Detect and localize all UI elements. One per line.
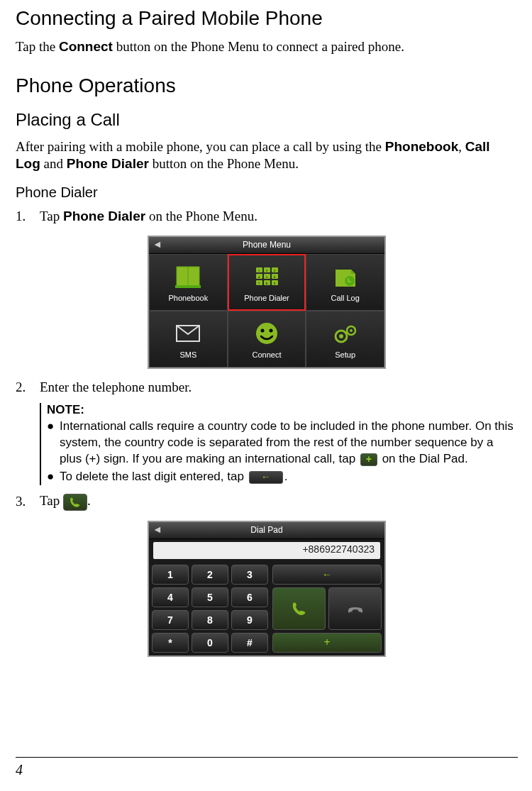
key-1[interactable]: 1	[152, 565, 189, 585]
key-7[interactable]: 7	[152, 610, 189, 630]
heading-placing-call: Placing a Call	[16, 110, 518, 130]
bullet-icon: ●	[47, 469, 60, 485]
phone-menu-screenshot: ◄ Phone Menu Phonebook 123 456	[16, 236, 518, 369]
note-bullet-2: ● To delete the last digit entered, tap …	[47, 469, 518, 485]
page-number: 4	[16, 762, 518, 778]
phone-dialer-keyword: Phone Dialer	[63, 209, 145, 223]
phone-menu-window: ◄ Phone Menu Phonebook 123 456	[148, 236, 386, 369]
text: Tap the	[16, 39, 59, 54]
menu-label: Phonebook	[168, 294, 208, 302]
key-5[interactable]: 5	[192, 587, 228, 607]
menu-connect[interactable]: Connect	[228, 311, 306, 367]
keypad: 1 2 3 4 5 6 7 8 9 * 0 #	[152, 565, 268, 653]
side-keys: ← +	[272, 565, 382, 653]
connect-icon	[254, 319, 279, 348]
plus-button-icon: +	[360, 453, 377, 466]
text: ,	[458, 139, 465, 154]
note-box: NOTE: ● International calls require a co…	[40, 403, 518, 485]
key-8[interactable]: 8	[192, 610, 228, 630]
key-3[interactable]: 3	[231, 565, 268, 585]
dial-pad-window: ◄ Dial Pad +886922740323 1 2 3 4 5 6 7 8…	[148, 521, 386, 657]
text: .	[87, 493, 91, 508]
dial-pad-title: Dial Pad	[166, 525, 384, 535]
menu-label: SMS	[179, 350, 196, 359]
heading-phone-dialer: Phone Dialer	[16, 184, 518, 201]
key-4[interactable]: 4	[152, 587, 189, 607]
step-1: 1. Tap Phone Dialer on the Phone Menu.	[16, 208, 518, 226]
menu-call-log[interactable]: Call Log	[306, 254, 384, 311]
dial-display: +886922740323	[153, 542, 380, 559]
plus-icon: +	[323, 636, 330, 649]
dial-body: 1 2 3 4 5 6 7 8 9 * 0 # ←	[149, 562, 384, 656]
step-2: 2. Enter the telephone number.	[16, 379, 518, 397]
phonebook-keyword: Phonebook	[385, 139, 458, 154]
svg-point-29	[350, 329, 353, 332]
svg-rect-0	[175, 285, 201, 288]
connect-keyword: Connect	[59, 39, 113, 54]
setup-icon	[331, 319, 360, 348]
call-log-icon	[330, 262, 361, 291]
svg-point-24	[260, 328, 264, 332]
text: .	[284, 470, 288, 483]
backspace-icon: ←	[322, 569, 332, 580]
back-arrow-icon[interactable]: ◄	[149, 238, 166, 252]
phone-dialer-keyword: Phone Dialer	[67, 156, 149, 171]
text: on the Phone Menu.	[145, 209, 257, 223]
step-3: 3. Tap .	[16, 492, 518, 511]
note-text: International calls require a country co…	[60, 419, 518, 468]
menu-label: Phone Dialer	[244, 294, 289, 302]
note-bullet-1: ● International calls require a country …	[47, 419, 518, 468]
placing-paragraph: After pairing with a mobile phone, you c…	[16, 138, 518, 173]
menu-label: Call Log	[331, 294, 359, 302]
step-number: 2.	[16, 379, 40, 397]
text: button on the Phone Menu.	[149, 156, 299, 171]
key-2[interactable]: 2	[192, 565, 228, 585]
heading-phone-operations: Phone Operations	[16, 74, 518, 97]
bullet-icon: ●	[47, 419, 60, 468]
backspace-key[interactable]: ←	[272, 565, 382, 585]
menu-label: Setup	[335, 350, 355, 359]
key-0[interactable]: 0	[192, 633, 228, 653]
step-text: Tap .	[40, 492, 91, 511]
note-text: To delete the last digit entered, tap ←.	[60, 469, 287, 485]
dial-pad-header: ◄ Dial Pad	[149, 522, 384, 539]
phone-menu-header: ◄ Phone Menu	[149, 237, 384, 254]
dial-key[interactable]	[272, 587, 326, 630]
text: To delete the last digit entered, tap	[60, 470, 248, 483]
text: Tap	[40, 209, 63, 223]
svg-rect-21	[348, 281, 351, 282]
menu-phonebook[interactable]: Phonebook	[149, 254, 228, 311]
phone-hangup-icon	[347, 603, 364, 614]
menu-label: Connect	[253, 350, 282, 359]
dial-button-icon	[63, 494, 87, 511]
dial-pad-screenshot: ◄ Dial Pad +886922740323 1 2 3 4 5 6 7 8…	[16, 521, 518, 657]
text: on the Dial Pad.	[379, 452, 468, 465]
key-star[interactable]: *	[152, 633, 189, 653]
phone-menu-title: Phone Menu	[166, 240, 384, 250]
key-hash[interactable]: #	[231, 633, 268, 653]
plus-key[interactable]: +	[272, 633, 382, 653]
text: and	[40, 156, 67, 171]
note-title: NOTE:	[47, 403, 518, 417]
phone-dial-icon	[291, 601, 308, 616]
backspace-button-icon: ←	[249, 471, 283, 484]
text: Tap	[40, 493, 63, 508]
step-number: 1.	[16, 208, 40, 226]
phone-menu-grid: Phonebook 123 456 789 Phone Dialer	[149, 254, 384, 367]
key-9[interactable]: 9	[231, 610, 268, 630]
back-arrow-icon[interactable]: ◄	[149, 523, 166, 537]
step-text: Tap Phone Dialer on the Phone Menu.	[40, 208, 257, 226]
hangup-key[interactable]	[328, 587, 382, 630]
heading-connecting: Connecting a Paired Mobile Phone	[16, 7, 518, 30]
menu-setup[interactable]: Setup	[306, 311, 384, 367]
text: After pairing with a mobile phone, you c…	[16, 139, 385, 154]
sms-icon	[172, 319, 204, 348]
menu-sms[interactable]: SMS	[149, 311, 228, 367]
step-number: 3.	[16, 493, 40, 511]
phonebook-icon	[172, 262, 204, 291]
step-text: Enter the telephone number.	[40, 379, 192, 397]
menu-phone-dialer[interactable]: 123 456 789 Phone Dialer	[228, 254, 306, 311]
svg-point-25	[269, 328, 272, 332]
key-6[interactable]: 6	[231, 587, 268, 607]
svg-point-27	[339, 334, 343, 338]
